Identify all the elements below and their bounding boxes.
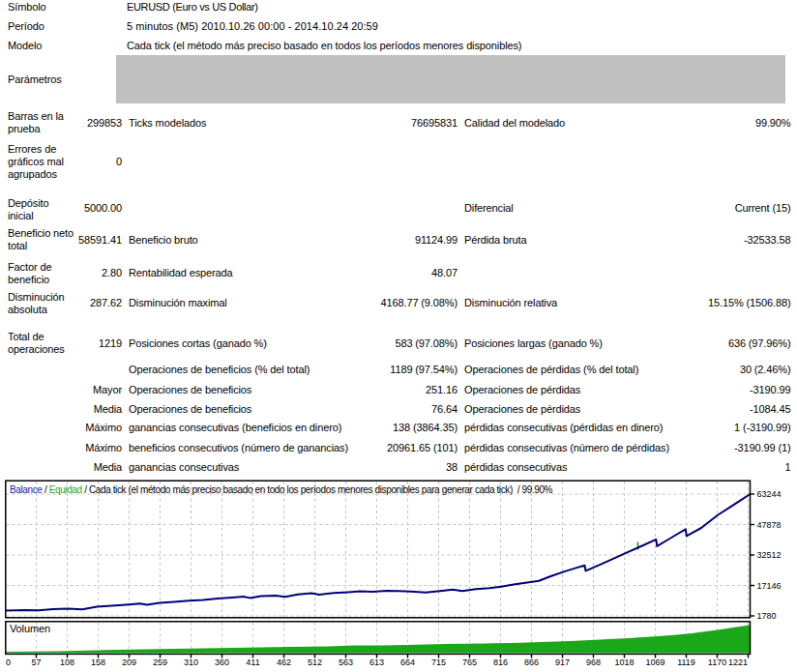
svg-text:462: 462 [277, 657, 291, 667]
svg-text:47878: 47878 [757, 520, 782, 530]
svg-text:816: 816 [493, 657, 508, 667]
svg-text:968: 968 [586, 657, 601, 667]
svg-text:17146: 17146 [757, 581, 782, 591]
svg-text:57: 57 [31, 657, 41, 667]
svg-text:209: 209 [122, 657, 136, 667]
svg-text:664: 664 [400, 657, 415, 667]
svg-text:563: 563 [339, 657, 353, 667]
svg-text:1018: 1018 [614, 657, 634, 667]
svg-text:917: 917 [555, 657, 570, 667]
svg-text:310: 310 [184, 657, 198, 667]
svg-text:411: 411 [246, 657, 259, 667]
svg-text:1119: 1119 [677, 657, 695, 667]
svg-text:512: 512 [308, 657, 322, 667]
svg-text:1069: 1069 [645, 657, 664, 667]
svg-text:108: 108 [60, 657, 74, 667]
svg-text:1780: 1780 [757, 611, 777, 621]
svg-text:765: 765 [462, 657, 477, 667]
svg-text:1221: 1221 [728, 657, 748, 667]
svg-text:158: 158 [91, 657, 105, 667]
svg-text:63244: 63244 [757, 489, 782, 499]
svg-text:1170: 1170 [708, 657, 726, 667]
svg-text:360: 360 [215, 657, 229, 667]
svg-text:0: 0 [6, 657, 11, 667]
svg-text:32512: 32512 [757, 550, 782, 560]
svg-text:715: 715 [431, 657, 446, 667]
svg-text:866: 866 [524, 657, 539, 667]
svg-text:613: 613 [369, 657, 384, 667]
svg-text:259: 259 [153, 657, 167, 667]
